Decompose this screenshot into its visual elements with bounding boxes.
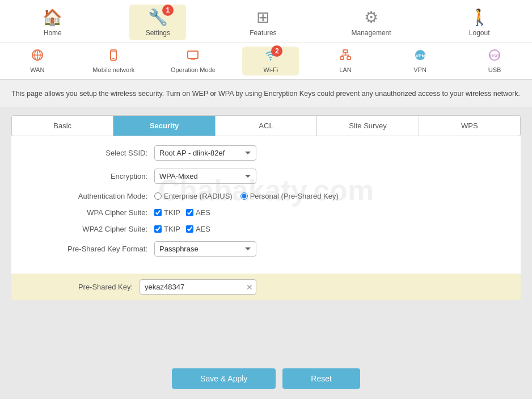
subnav-wan-label: WAN xyxy=(30,66,44,73)
wifi-icon: 2 xyxy=(264,49,277,65)
subnav-mobile[interactable]: Mobile network xyxy=(83,47,143,75)
description-text: This page allows you setup the wireless … xyxy=(0,80,532,107)
tab-acl[interactable]: ACL xyxy=(216,116,317,136)
auth-enterprise-label: Enterprise (RADIUS) xyxy=(164,192,233,200)
settings-icon: 🔧 1 xyxy=(148,8,168,27)
auth-personal-label: Personal (Pre-Shared Key) xyxy=(250,192,339,200)
wpa-cipher-row: WPA Cipher Suite: TKIP AES xyxy=(34,208,498,217)
nav-logout-label: Logout xyxy=(469,29,490,37)
subnav-wifi[interactable]: 2 Wi-Fi xyxy=(242,47,299,75)
wpa2-aes-option[interactable]: AES xyxy=(186,225,210,233)
ssid-label: Select SSID: xyxy=(34,149,147,157)
wpa2-tkip-option[interactable]: TKIP xyxy=(154,225,180,233)
psk-format-row: Pre-Shared Key Format: Passphrase Hex xyxy=(34,241,498,257)
wpa2-cipher-label: WPA2 Cipher Suite: xyxy=(34,225,147,233)
svg-point-10 xyxy=(270,59,272,61)
logout-icon: 🚶 xyxy=(470,8,489,27)
subnav-wifi-label: Wi-Fi xyxy=(264,66,278,73)
wpa2-aes-label: AES xyxy=(196,225,210,233)
reset-button[interactable]: Reset xyxy=(282,368,360,389)
wpa-aes-option[interactable]: AES xyxy=(186,208,210,217)
wpa2-cipher-row: WPA2 Cipher Suite: TKIP AES xyxy=(34,225,498,233)
wpa2-cipher-group: TKIP AES xyxy=(154,225,210,233)
form-area: Select SSID: Root AP - dlink-82ef Encryp… xyxy=(11,136,521,274)
encryption-label: Encryption: xyxy=(34,172,147,180)
settings-badge: 1 xyxy=(162,5,174,16)
ssid-row: Select SSID: Root AP - dlink-82ef xyxy=(34,145,498,161)
auth-personal-radio[interactable] xyxy=(240,192,248,200)
svg-text:USB: USB xyxy=(490,53,500,58)
bottom-bar: Save & Apply Reset xyxy=(0,358,532,399)
wpa-aes-checkbox[interactable] xyxy=(186,209,193,216)
wpa-tkip-checkbox[interactable] xyxy=(154,209,162,216)
psk-input[interactable] xyxy=(140,279,256,295)
lan-icon xyxy=(339,49,352,65)
wpa-aes-label: AES xyxy=(196,208,210,217)
subnav-opmode[interactable]: Operation Mode xyxy=(162,47,225,75)
subnav-usb-label: USB xyxy=(488,66,501,73)
psk-input-wrap: ✕ xyxy=(140,279,256,295)
encryption-select[interactable]: WPA-Mixed WPA WPA2 WEP None xyxy=(154,169,256,184)
auth-mode-label: Authentication Mode: xyxy=(34,192,147,200)
subnav-lan[interactable]: LAN xyxy=(317,47,374,75)
subnav-vpn[interactable]: VPN VPN xyxy=(392,47,449,75)
subnav-wan[interactable]: WAN xyxy=(9,47,66,75)
psk-row: Pre-Shared Key: ✕ xyxy=(19,279,513,295)
psk-highlight-row: Pre-Shared Key: ✕ xyxy=(11,274,521,300)
nav-home-label: Home xyxy=(44,29,62,37)
nav-management[interactable]: ⚙ Management xyxy=(340,5,403,40)
nav-features[interactable]: ⊞ Features xyxy=(235,5,292,40)
subnav-usb[interactable]: USB USB xyxy=(466,47,523,75)
ssid-select[interactable]: Root AP - dlink-82ef xyxy=(154,145,256,161)
auth-mode-row: Authentication Mode: Enterprise (RADIUS)… xyxy=(34,192,498,200)
subnav-mobile-label: Mobile network xyxy=(92,66,134,73)
nav-home[interactable]: 🏠 Home xyxy=(24,5,81,40)
svg-rect-7 xyxy=(188,51,198,58)
encryption-row: Encryption: WPA-Mixed WPA WPA2 WEP None xyxy=(34,169,498,184)
usb-icon: USB xyxy=(488,49,501,65)
content-tabs: Basic Security ACL Site Survey WPS xyxy=(11,115,521,136)
features-icon: ⊞ xyxy=(256,8,269,27)
mobile-icon xyxy=(107,49,120,65)
psk-label: Pre-Shared Key: xyxy=(19,283,133,291)
wpa-tkip-label: TKIP xyxy=(164,208,180,217)
wpa2-aes-checkbox[interactable] xyxy=(186,225,193,233)
wan-icon xyxy=(31,49,44,65)
nav-features-label: Features xyxy=(250,29,276,37)
wifi-badge: 2 xyxy=(271,45,282,57)
svg-rect-12 xyxy=(340,57,344,60)
top-nav: 🏠 Home 🔧 1 Settings ⊞ Features ⚙ Managem… xyxy=(0,0,532,43)
svg-rect-11 xyxy=(343,50,348,53)
auth-enterprise-radio[interactable] xyxy=(154,192,162,200)
tab-basic[interactable]: Basic xyxy=(12,116,113,136)
tab-site-survey[interactable]: Site Survey xyxy=(317,116,419,136)
vpn-icon: VPN xyxy=(414,49,427,65)
wpa-cipher-label: WPA Cipher Suite: xyxy=(34,208,147,217)
management-icon: ⚙ xyxy=(364,8,378,27)
wpa-cipher-group: TKIP AES xyxy=(154,208,210,217)
nav-management-label: Management xyxy=(352,29,391,37)
wpa2-tkip-label: TKIP xyxy=(164,225,180,233)
auth-personal-option[interactable]: Personal (Pre-Shared Key) xyxy=(240,192,339,200)
svg-rect-13 xyxy=(347,57,351,60)
svg-rect-5 xyxy=(112,58,115,59)
opmode-icon xyxy=(187,49,199,65)
tab-security[interactable]: Security xyxy=(113,116,215,136)
wpa2-tkip-checkbox[interactable] xyxy=(154,225,162,233)
nav-settings[interactable]: 🔧 1 Settings xyxy=(129,5,186,40)
subnav-opmode-label: Operation Mode xyxy=(171,66,216,73)
auth-enterprise-option[interactable]: Enterprise (RADIUS) xyxy=(154,192,233,200)
wpa-tkip-option[interactable]: TKIP xyxy=(154,208,180,217)
psk-format-select[interactable]: Passphrase Hex xyxy=(154,241,256,257)
psk-format-label: Pre-Shared Key Format: xyxy=(34,245,147,253)
nav-settings-label: Settings xyxy=(146,29,170,37)
tab-wps[interactable]: WPS xyxy=(419,116,520,136)
nav-logout[interactable]: 🚶 Logout xyxy=(451,5,508,40)
sub-nav: WAN Mobile network Operation Mode 2 Wi-F… xyxy=(0,43,532,80)
psk-clear-button[interactable]: ✕ xyxy=(246,283,253,292)
auth-radio-group: Enterprise (RADIUS) Personal (Pre-Shared… xyxy=(154,192,339,200)
save-apply-button[interactable]: Save & Apply xyxy=(172,368,276,389)
home-icon: 🏠 xyxy=(43,8,62,27)
svg-text:VPN: VPN xyxy=(415,53,425,58)
subnav-lan-label: LAN xyxy=(339,66,351,73)
